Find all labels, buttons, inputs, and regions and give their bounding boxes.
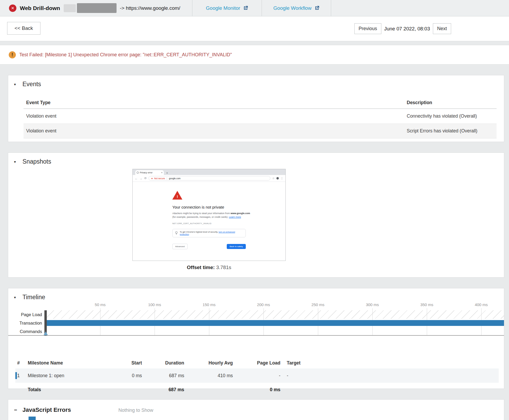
connection-error-text: Attackers might be trying to steal your … [172,212,285,219]
timeline-heading[interactable]: ▾ Timeline [8,288,504,301]
google-workflow-link[interactable]: Google Workflow [262,0,331,16]
learn-more-link: Learn more [229,216,241,218]
address-host: google.com [169,177,181,180]
error-page-buttons: Advanced Back to safety [172,244,246,249]
browser-tab: Privacy error × [135,170,164,175]
address-divider [167,177,167,180]
error-body-text2: (for example, passwords, messages, or cr… [172,216,229,218]
milestone-number: 1 [17,373,28,379]
enhanced-protection-tip: To get Chrome's highest level of securit… [172,229,246,237]
new-tab-icon: + [166,171,168,175]
axis-tick-label: 200 ms [257,302,270,307]
google-monitor-link[interactable]: Google Monitor [192,0,262,16]
redacted-monitor-name [77,3,117,13]
milestones-totals-row: Totals 687 ms 0 ms [17,383,499,396]
previous-button[interactable]: Previous [354,23,381,34]
error-body-host: www.google.com [231,212,250,215]
navigation-row: << Back Previous June 07 2022, 08:03 Nex… [0,16,509,41]
axis-tick-label: 350 ms [420,302,433,307]
error-body-text: Attackers might be trying to steal your … [172,212,231,215]
error-page-body: ! Your connection is not private Attacke… [133,182,285,261]
page-title: Web Drill-down [20,5,60,11]
offset-time-caption: Offset time: 3.781s [132,265,286,270]
back-button[interactable]: << Back [7,22,40,35]
events-panel: ▾ Events Event Type Description Violatio… [8,75,504,142]
browser-toolbar: ← → ⟳ ▲ Not secure google.com ☆ ⋮ [133,175,285,182]
milestone-page-load: - [233,373,280,379]
page-load-hatched-track [46,310,504,319]
error-x-glyph: ✕ [11,6,15,11]
timeline-title: Timeline [22,294,45,301]
col-target: Target [280,360,323,366]
header-title-group: ✕ Web Drill-down -> https://www.google.c… [0,0,192,16]
collapse-caret-icon: ▾ [14,295,18,299]
milestone-target: - [280,373,323,379]
google-workflow-label: Google Workflow [273,5,311,11]
event-type-cell: Violation event [26,128,407,134]
lightbulb-icon [175,231,178,235]
row-label-commands: Commands [8,329,42,334]
table-row[interactable]: 1 Milestone 1: open 0 ms 687 ms 410 ms -… [15,368,499,383]
cutoff-blue-bar [29,417,36,420]
back-to-safety-button: Back to safety [227,244,246,249]
browser-tabstrip: Privacy error × + [133,169,285,175]
events-title: Events [22,81,41,88]
tab-close-icon: × [161,171,163,174]
col-page-load: Page Load [233,360,280,366]
not-secure-label: Not secure [154,177,165,180]
timeline-plot-area: Page Load Transaction Commands [8,310,504,336]
events-table: Event Type Description Violation event C… [24,97,497,139]
totals-label: Totals [28,387,106,393]
milestones-table-header: # Milestone Name Start Duration Hourly A… [17,357,499,368]
collapse-minus-icon: − [14,407,18,413]
javascript-errors-panel: − JavaScript Errors Nothing to Show [8,399,504,420]
warning-triangle-icon: ! [172,191,182,200]
table-row: Violation event Script Errors has violat… [24,124,497,139]
event-description-cell: Connectivity has violated (Overall) [407,113,497,119]
exclamation-glyph: ! [11,52,13,58]
col-event-type: Event Type [26,100,407,105]
browser-forward-icon: → [140,177,142,180]
header-bar: ✕ Web Drill-down -> https://www.google.c… [0,0,509,16]
command-marker[interactable] [44,331,48,335]
event-type-cell: Violation event [26,113,407,119]
col-milestone-name: Milestone Name [28,360,106,366]
google-monitor-label: Google Monitor [206,5,240,11]
col-description: Description [407,100,497,105]
snapshots-title: Snapshots [22,158,51,165]
profile-avatar-icon [276,177,279,179]
test-failed-banner: ! Test Failed: [Milestone 1] Unexpected … [0,45,509,64]
events-heading[interactable]: ▾ Events [8,75,504,88]
col-number: # [17,360,28,366]
event-description-cell: Script Errors has violated (Overall) [407,128,497,134]
col-start: Start [106,360,142,366]
milestone-color-marker [15,372,17,379]
error-status-icon: ✕ [9,4,16,12]
snapshots-heading[interactable]: ▾ Snapshots [8,153,504,165]
target-url: -> https://www.google.com/ [120,5,180,11]
next-button[interactable]: Next [433,23,451,34]
snapshot-thumbnail[interactable]: Privacy error × + ← → ⟳ ▲ Not secure goo… [132,169,286,270]
bookmark-star-icon: ☆ [272,177,275,180]
javascript-errors-title: JavaScript Errors [22,407,71,413]
date-navigation: Previous June 07 2022, 08:03 Next [354,23,451,34]
test-failed-message: Test Failed: [Milestone 1] Unexpected Ch… [19,52,232,58]
table-row: Violation event Connectivity has violate… [24,109,497,124]
header-links: Google Monitor Google Workflow [192,0,331,16]
advanced-button: Advanced [172,244,188,249]
axis-tick-label: 150 ms [202,302,215,307]
connection-error-title: Your connection is not private [172,205,285,209]
totals-page-load: 0 ms [233,387,280,393]
axis-tick-label: 400 ms [475,302,488,307]
not-secure-triangle-icon: ▲ [151,177,153,179]
transaction-duration-bar[interactable] [46,320,504,326]
axis-tick-label: 50 ms [95,302,106,307]
browser-tab-title: Privacy error [140,171,160,174]
net-error-code: NET::ERR_CERT_AUTHORITY_INVALID [172,222,285,225]
row-label-transaction: Transaction [8,321,42,326]
javascript-errors-heading[interactable]: − JavaScript Errors [8,400,504,413]
milestone-hourly-avg: 410 ms [184,373,233,379]
globe-icon [137,172,139,174]
milestone-duration: 687 ms [142,373,184,379]
timeline-chart: 50 ms 100 ms 150 ms 200 ms 250 ms 300 ms… [8,302,504,350]
